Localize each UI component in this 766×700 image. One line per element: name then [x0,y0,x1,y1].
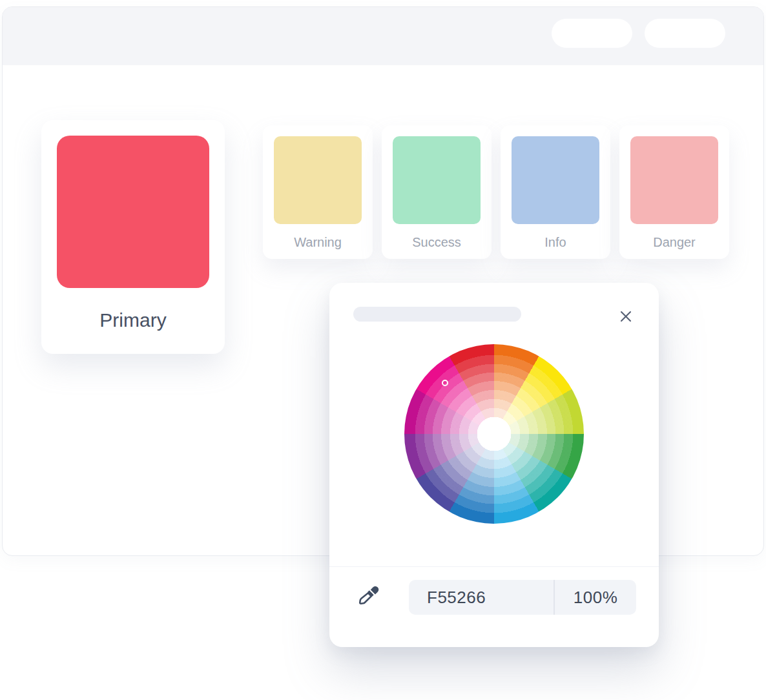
topbar-button-placeholder-2[interactable] [645,19,725,48]
swatch-card-danger[interactable]: Danger [619,125,729,259]
primary-color-card[interactable]: Primary [41,120,225,354]
hex-value-text: F55266 [427,588,486,608]
swatch-card-info[interactable]: Info [501,125,610,259]
color-wheel[interactable] [404,344,584,524]
success-color-label: Success [382,235,492,250]
color-wheel-rings [404,344,584,524]
color-picker-dialog: F55266 100% [329,283,659,647]
opacity-value-field[interactable]: 100% [555,580,636,615]
topbar-button-placeholder-1[interactable] [552,19,632,48]
swatch-card-success[interactable]: Success [382,125,492,259]
info-color-label: Info [501,235,610,250]
close-icon [619,309,633,324]
window-topbar [3,7,763,65]
opacity-value-text: 100% [574,588,618,608]
hex-value-field[interactable]: F55266 [409,580,554,615]
color-value-group: F55266 100% [409,580,636,615]
success-color-swatch[interactable] [393,136,481,224]
primary-color-label: Primary [41,309,225,331]
danger-color-label: Danger [619,235,729,250]
info-color-swatch[interactable] [512,136,599,224]
close-button[interactable] [619,309,634,324]
dialog-footer-divider [329,566,659,567]
page: Primary Warning Success Info Danger [0,0,766,700]
color-wheel-selection-marker[interactable] [442,380,448,386]
dialog-title-placeholder [353,307,521,322]
eyedropper-button[interactable] [357,582,382,610]
swatch-card-warning[interactable]: Warning [263,125,373,259]
primary-color-swatch[interactable] [57,136,209,288]
danger-color-swatch[interactable] [630,136,718,224]
eyedropper-icon [357,583,380,609]
warning-color-label: Warning [263,235,373,250]
warning-color-swatch[interactable] [274,136,362,224]
